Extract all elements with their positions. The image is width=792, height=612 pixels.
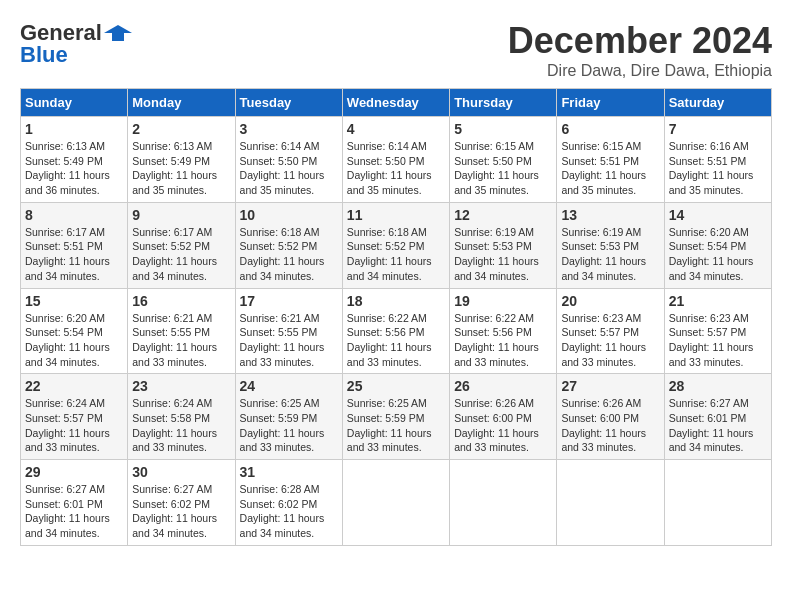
day-info: Sunrise: 6:17 AM Sunset: 5:52 PM Dayligh… <box>132 225 230 284</box>
col-tuesday: Tuesday <box>235 89 342 117</box>
table-cell <box>342 460 449 546</box>
table-cell: 27 Sunrise: 6:26 AM Sunset: 6:00 PM Dayl… <box>557 374 664 460</box>
table-cell: 31 Sunrise: 6:28 AM Sunset: 6:02 PM Dayl… <box>235 460 342 546</box>
day-number: 19 <box>454 293 552 309</box>
day-info: Sunrise: 6:24 AM Sunset: 5:58 PM Dayligh… <box>132 396 230 455</box>
day-number: 2 <box>132 121 230 137</box>
week-row-3: 15 Sunrise: 6:20 AM Sunset: 5:54 PM Dayl… <box>21 288 772 374</box>
table-cell: 28 Sunrise: 6:27 AM Sunset: 6:01 PM Dayl… <box>664 374 771 460</box>
day-number: 31 <box>240 464 338 480</box>
day-info: Sunrise: 6:23 AM Sunset: 5:57 PM Dayligh… <box>561 311 659 370</box>
day-info: Sunrise: 6:22 AM Sunset: 5:56 PM Dayligh… <box>454 311 552 370</box>
day-number: 7 <box>669 121 767 137</box>
table-cell: 10 Sunrise: 6:18 AM Sunset: 5:52 PM Dayl… <box>235 202 342 288</box>
header-row: Sunday Monday Tuesday Wednesday Thursday… <box>21 89 772 117</box>
day-number: 14 <box>669 207 767 223</box>
day-info: Sunrise: 6:26 AM Sunset: 6:00 PM Dayligh… <box>454 396 552 455</box>
day-info: Sunrise: 6:13 AM Sunset: 5:49 PM Dayligh… <box>132 139 230 198</box>
day-number: 18 <box>347 293 445 309</box>
col-saturday: Saturday <box>664 89 771 117</box>
table-cell: 19 Sunrise: 6:22 AM Sunset: 5:56 PM Dayl… <box>450 288 557 374</box>
day-number: 21 <box>669 293 767 309</box>
table-cell: 5 Sunrise: 6:15 AM Sunset: 5:50 PM Dayli… <box>450 117 557 203</box>
day-number: 25 <box>347 378 445 394</box>
day-number: 24 <box>240 378 338 394</box>
day-number: 4 <box>347 121 445 137</box>
day-number: 26 <box>454 378 552 394</box>
week-row-2: 8 Sunrise: 6:17 AM Sunset: 5:51 PM Dayli… <box>21 202 772 288</box>
day-number: 11 <box>347 207 445 223</box>
day-number: 13 <box>561 207 659 223</box>
day-info: Sunrise: 6:27 AM Sunset: 6:01 PM Dayligh… <box>25 482 123 541</box>
day-info: Sunrise: 6:15 AM Sunset: 5:50 PM Dayligh… <box>454 139 552 198</box>
day-number: 10 <box>240 207 338 223</box>
table-cell: 23 Sunrise: 6:24 AM Sunset: 5:58 PM Dayl… <box>128 374 235 460</box>
day-info: Sunrise: 6:16 AM Sunset: 5:51 PM Dayligh… <box>669 139 767 198</box>
logo-bird-icon <box>104 23 132 43</box>
logo: General Blue <box>20 20 132 68</box>
table-cell: 7 Sunrise: 6:16 AM Sunset: 5:51 PM Dayli… <box>664 117 771 203</box>
day-number: 8 <box>25 207 123 223</box>
table-cell: 6 Sunrise: 6:15 AM Sunset: 5:51 PM Dayli… <box>557 117 664 203</box>
table-cell: 20 Sunrise: 6:23 AM Sunset: 5:57 PM Dayl… <box>557 288 664 374</box>
day-info: Sunrise: 6:20 AM Sunset: 5:54 PM Dayligh… <box>669 225 767 284</box>
col-wednesday: Wednesday <box>342 89 449 117</box>
month-title: December 2024 <box>508 20 772 62</box>
day-number: 27 <box>561 378 659 394</box>
week-row-1: 1 Sunrise: 6:13 AM Sunset: 5:49 PM Dayli… <box>21 117 772 203</box>
day-number: 17 <box>240 293 338 309</box>
day-number: 6 <box>561 121 659 137</box>
calendar-table: Sunday Monday Tuesday Wednesday Thursday… <box>20 88 772 546</box>
day-info: Sunrise: 6:21 AM Sunset: 5:55 PM Dayligh… <box>132 311 230 370</box>
table-cell: 22 Sunrise: 6:24 AM Sunset: 5:57 PM Dayl… <box>21 374 128 460</box>
table-cell: 18 Sunrise: 6:22 AM Sunset: 5:56 PM Dayl… <box>342 288 449 374</box>
logo-blue-text: Blue <box>20 42 68 68</box>
day-info: Sunrise: 6:18 AM Sunset: 5:52 PM Dayligh… <box>240 225 338 284</box>
day-info: Sunrise: 6:23 AM Sunset: 5:57 PM Dayligh… <box>669 311 767 370</box>
day-info: Sunrise: 6:26 AM Sunset: 6:00 PM Dayligh… <box>561 396 659 455</box>
day-number: 5 <box>454 121 552 137</box>
table-cell: 16 Sunrise: 6:21 AM Sunset: 5:55 PM Dayl… <box>128 288 235 374</box>
day-number: 12 <box>454 207 552 223</box>
col-sunday: Sunday <box>21 89 128 117</box>
day-number: 16 <box>132 293 230 309</box>
day-number: 22 <box>25 378 123 394</box>
table-cell: 17 Sunrise: 6:21 AM Sunset: 5:55 PM Dayl… <box>235 288 342 374</box>
table-cell: 12 Sunrise: 6:19 AM Sunset: 5:53 PM Dayl… <box>450 202 557 288</box>
table-cell: 30 Sunrise: 6:27 AM Sunset: 6:02 PM Dayl… <box>128 460 235 546</box>
location-text: Dire Dawa, Dire Dawa, Ethiopia <box>508 62 772 80</box>
day-info: Sunrise: 6:13 AM Sunset: 5:49 PM Dayligh… <box>25 139 123 198</box>
day-info: Sunrise: 6:14 AM Sunset: 5:50 PM Dayligh… <box>347 139 445 198</box>
day-info: Sunrise: 6:22 AM Sunset: 5:56 PM Dayligh… <box>347 311 445 370</box>
table-cell <box>557 460 664 546</box>
table-cell <box>450 460 557 546</box>
table-cell: 9 Sunrise: 6:17 AM Sunset: 5:52 PM Dayli… <box>128 202 235 288</box>
table-cell: 29 Sunrise: 6:27 AM Sunset: 6:01 PM Dayl… <box>21 460 128 546</box>
day-info: Sunrise: 6:24 AM Sunset: 5:57 PM Dayligh… <box>25 396 123 455</box>
day-info: Sunrise: 6:15 AM Sunset: 5:51 PM Dayligh… <box>561 139 659 198</box>
day-info: Sunrise: 6:14 AM Sunset: 5:50 PM Dayligh… <box>240 139 338 198</box>
day-info: Sunrise: 6:19 AM Sunset: 5:53 PM Dayligh… <box>454 225 552 284</box>
day-info: Sunrise: 6:25 AM Sunset: 5:59 PM Dayligh… <box>347 396 445 455</box>
day-number: 20 <box>561 293 659 309</box>
col-monday: Monday <box>128 89 235 117</box>
table-cell: 13 Sunrise: 6:19 AM Sunset: 5:53 PM Dayl… <box>557 202 664 288</box>
table-cell: 3 Sunrise: 6:14 AM Sunset: 5:50 PM Dayli… <box>235 117 342 203</box>
table-cell: 24 Sunrise: 6:25 AM Sunset: 5:59 PM Dayl… <box>235 374 342 460</box>
day-info: Sunrise: 6:17 AM Sunset: 5:51 PM Dayligh… <box>25 225 123 284</box>
day-info: Sunrise: 6:20 AM Sunset: 5:54 PM Dayligh… <box>25 311 123 370</box>
table-cell: 11 Sunrise: 6:18 AM Sunset: 5:52 PM Dayl… <box>342 202 449 288</box>
day-number: 3 <box>240 121 338 137</box>
day-info: Sunrise: 6:27 AM Sunset: 6:01 PM Dayligh… <box>669 396 767 455</box>
col-thursday: Thursday <box>450 89 557 117</box>
table-cell: 2 Sunrise: 6:13 AM Sunset: 5:49 PM Dayli… <box>128 117 235 203</box>
day-number: 23 <box>132 378 230 394</box>
day-number: 30 <box>132 464 230 480</box>
table-cell: 8 Sunrise: 6:17 AM Sunset: 5:51 PM Dayli… <box>21 202 128 288</box>
day-number: 28 <box>669 378 767 394</box>
day-info: Sunrise: 6:21 AM Sunset: 5:55 PM Dayligh… <box>240 311 338 370</box>
svg-marker-0 <box>104 25 132 41</box>
table-cell: 26 Sunrise: 6:26 AM Sunset: 6:00 PM Dayl… <box>450 374 557 460</box>
col-friday: Friday <box>557 89 664 117</box>
table-cell: 21 Sunrise: 6:23 AM Sunset: 5:57 PM Dayl… <box>664 288 771 374</box>
